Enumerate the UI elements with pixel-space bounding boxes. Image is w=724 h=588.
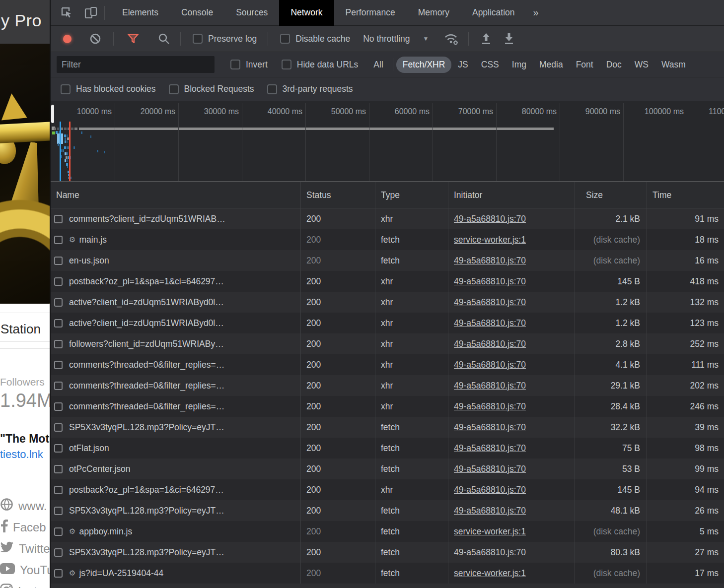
filter-type-all[interactable]: All bbox=[367, 57, 389, 73]
name-cell[interactable]: ⚙appboy.min.js bbox=[51, 521, 300, 542]
request-checkbox[interactable] bbox=[54, 527, 63, 536]
filter-type-js[interactable]: JS bbox=[451, 57, 474, 73]
name-cell[interactable]: comments?client_id=zdUqm51WRIAB… bbox=[51, 208, 300, 229]
request-checkbox[interactable] bbox=[54, 361, 63, 369]
throttling-select[interactable]: No throttling ▼ bbox=[363, 34, 429, 44]
name-cell[interactable]: active?client_id=zdUqm51WRIAByd0l… bbox=[51, 313, 300, 333]
name-cell[interactable]: postback?oz_pl=1&spa=1&ci=646297… bbox=[51, 479, 300, 500]
page-nav-item[interactable]: Station bbox=[0, 322, 41, 337]
column-header-size[interactable]: Size bbox=[575, 182, 647, 208]
column-header-type[interactable]: Type bbox=[375, 182, 448, 208]
disable-cache-checkbox[interactable]: Disable cache bbox=[280, 34, 350, 44]
name-cell[interactable]: SP5X3v3tyqPL.128.mp3?Policy=eyJT… bbox=[51, 500, 300, 521]
initiator-link[interactable]: 49-a5a68810.js:70 bbox=[454, 360, 526, 370]
table-row[interactable]: active?client_id=zdUqm51WRIAByd0l…200xhr… bbox=[51, 313, 724, 333]
table-row[interactable]: ⚙js?id=UA-2519404-44200fetchservice-work… bbox=[51, 563, 724, 584]
tab-network[interactable]: Network bbox=[279, 0, 334, 26]
social-link-twitter[interactable]: Twitte bbox=[0, 538, 50, 559]
table-row[interactable]: comments?threaded=0&filter_replies=…200x… bbox=[51, 354, 724, 375]
initiator-link[interactable]: 49-a5a68810.js:70 bbox=[454, 401, 526, 412]
initiator-link[interactable]: 49-a5a68810.js:70 bbox=[454, 214, 526, 224]
request-checkbox[interactable] bbox=[54, 444, 63, 453]
record-button[interactable] bbox=[63, 35, 72, 43]
tab-memory[interactable]: Memory bbox=[407, 0, 461, 26]
name-cell[interactable]: ⚙js?id=UA-2519404-44 bbox=[51, 563, 300, 584]
initiator-link[interactable]: service-worker.js:1 bbox=[454, 568, 526, 579]
request-checkbox[interactable] bbox=[54, 215, 63, 223]
tab-application[interactable]: Application bbox=[461, 0, 526, 26]
request-checkbox[interactable] bbox=[54, 277, 63, 286]
name-cell[interactable]: otPcCenter.json bbox=[51, 458, 300, 479]
table-row[interactable]: otPcCenter.json200fetch49-a5a68810.js:70… bbox=[51, 458, 724, 479]
more-tabs-button[interactable]: » bbox=[526, 7, 546, 18]
clear-icon[interactable] bbox=[89, 33, 101, 45]
initiator-link[interactable]: 49-a5a68810.js:70 bbox=[454, 422, 526, 433]
initiator-link[interactable]: service-worker.js:1 bbox=[454, 235, 526, 245]
table-row[interactable]: SP5X3v3tyqPL.128.mp3?Policy=eyJT…200fetc… bbox=[51, 542, 724, 563]
filter-type-font[interactable]: Font bbox=[570, 57, 600, 73]
table-row[interactable]: followers?client_id=zdUqm51WRIABy…200xhr… bbox=[51, 333, 724, 354]
checkbox[interactable] bbox=[280, 34, 290, 44]
filter-type-wasm[interactable]: Wasm bbox=[655, 57, 692, 73]
checkbox[interactable] bbox=[267, 84, 277, 94]
initiator-link[interactable]: 49-a5a68810.js:70 bbox=[454, 443, 526, 454]
device-toolbar-icon[interactable] bbox=[83, 5, 98, 20]
table-row[interactable]: SP5X3v3tyqPL.128.mp3?Policy=eyJT…200fetc… bbox=[51, 500, 724, 521]
table-row[interactable]: ⚙appboy.min.js200fetchservice-worker.js:… bbox=[51, 521, 724, 542]
name-cell[interactable]: active?client_id=zdUqm51WRIAByd0l… bbox=[51, 292, 300, 313]
table-row[interactable]: SP5X3v3tyqPL.128.mp3?Policy=eyJT…200fetc… bbox=[51, 417, 724, 438]
request-checkbox[interactable] bbox=[54, 465, 63, 473]
name-cell[interactable]: postback?oz_pl=1&spa=1&ci=646297… bbox=[51, 271, 300, 292]
initiator-link[interactable]: 49-a5a68810.js:70 bbox=[454, 256, 526, 266]
request-checkbox[interactable] bbox=[54, 340, 63, 348]
request-checkbox[interactable] bbox=[54, 236, 63, 244]
initiator-link[interactable]: 49-a5a68810.js:70 bbox=[454, 464, 526, 474]
checkbox[interactable] bbox=[193, 34, 203, 44]
table-row[interactable]: ⚙main.js200fetchservice-worker.js:1(disk… bbox=[51, 229, 724, 250]
name-cell[interactable]: comments?threaded=0&filter_replies=… bbox=[51, 396, 300, 417]
blocked-requests-checkbox[interactable]: Blocked Requests bbox=[169, 84, 254, 94]
request-checkbox[interactable] bbox=[54, 257, 63, 265]
search-icon[interactable] bbox=[157, 32, 170, 45]
page-link[interactable]: tiesto.lnk bbox=[0, 448, 43, 461]
request-checkbox[interactable] bbox=[54, 548, 63, 557]
name-cell[interactable]: comments?threaded=0&filter_replies=… bbox=[51, 375, 300, 396]
hide-data-urls-checkbox[interactable]: Hide data URLs bbox=[282, 60, 359, 70]
tab-sources[interactable]: Sources bbox=[224, 0, 279, 26]
filter-type-css[interactable]: CSS bbox=[475, 57, 506, 73]
filter-type-doc[interactable]: Doc bbox=[600, 57, 628, 73]
table-row[interactable]: comments?client_id=zdUqm51WRIAB…200xhr49… bbox=[51, 208, 724, 229]
import-har-icon[interactable] bbox=[480, 32, 493, 46]
request-checkbox[interactable] bbox=[54, 569, 63, 578]
name-cell[interactable]: SP5X3v3tyqPL.128.mp3?Policy=eyJT… bbox=[51, 542, 300, 563]
checkbox[interactable] bbox=[282, 60, 291, 69]
column-header-name[interactable]: Name bbox=[51, 182, 300, 208]
column-header-initiator[interactable]: Initiator bbox=[448, 182, 575, 208]
filter-type-ws[interactable]: WS bbox=[628, 57, 655, 73]
initiator-link[interactable]: 49-a5a68810.js:70 bbox=[454, 339, 526, 349]
table-row[interactable]: otFlat.json200fetch49-a5a68810.js:7075 B… bbox=[51, 438, 724, 458]
tab-performance[interactable]: Performance bbox=[334, 0, 407, 26]
column-header-time[interactable]: Time bbox=[647, 182, 724, 208]
table-row[interactable]: comments?threaded=0&filter_replies=…200x… bbox=[51, 396, 724, 417]
initiator-link[interactable]: 49-a5a68810.js:70 bbox=[454, 297, 526, 308]
3rd-party-requests-checkbox[interactable]: 3rd-party requests bbox=[267, 84, 353, 94]
table-row[interactable]: en-us.json200fetch49-a5a68810.js:70(disk… bbox=[51, 250, 724, 271]
initiator-link[interactable]: service-worker.js:1 bbox=[454, 526, 526, 537]
request-checkbox[interactable] bbox=[54, 507, 63, 515]
request-checkbox[interactable] bbox=[54, 319, 63, 327]
request-checkbox[interactable] bbox=[54, 402, 63, 411]
table-row[interactable]: postback?oz_pl=1&spa=1&ci=646297…200xhr4… bbox=[51, 271, 724, 292]
initiator-link[interactable]: 49-a5a68810.js:70 bbox=[454, 547, 526, 558]
network-overview[interactable]: 10000 ms20000 ms30000 ms40000 ms50000 ms… bbox=[51, 101, 724, 182]
request-checkbox[interactable] bbox=[54, 486, 63, 494]
preserve-log-checkbox[interactable]: Preserve log bbox=[193, 34, 257, 44]
social-link-instagram[interactable]: Insta bbox=[0, 581, 50, 588]
filter-icon[interactable] bbox=[127, 32, 140, 45]
checkbox[interactable] bbox=[61, 84, 71, 94]
tab-console[interactable]: Console bbox=[170, 0, 224, 26]
filter-type-img[interactable]: Img bbox=[506, 57, 533, 73]
social-link-facebook[interactable]: Faceb bbox=[0, 517, 50, 538]
filter-type-fetchxhr[interactable]: Fetch/XHR bbox=[396, 57, 452, 73]
checkbox[interactable] bbox=[169, 84, 179, 94]
